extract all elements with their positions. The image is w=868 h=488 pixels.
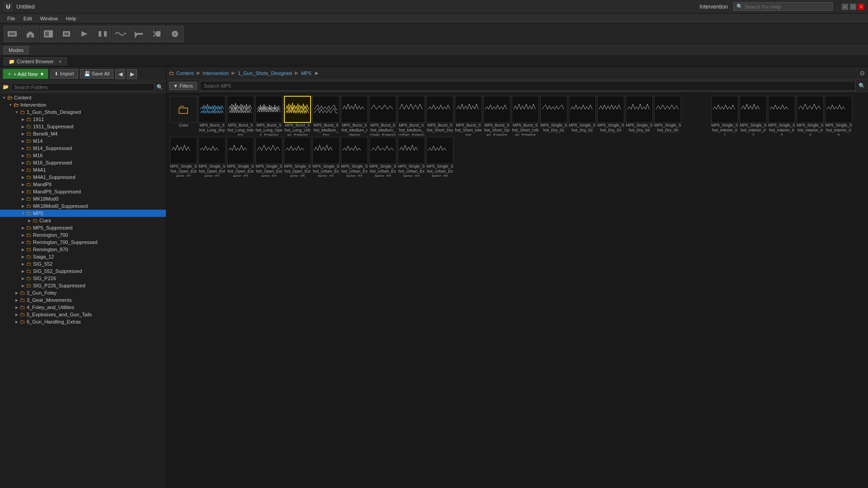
list-item[interactable]: MP5_Single_Shot_Dry_04: [626, 96, 653, 133]
tree-item-2gunfoley[interactable]: ▶ 🗀 2_Gun_Foley: [0, 289, 166, 296]
search-help-container[interactable]: 🔍: [733, 2, 833, 11]
toolbar-btn-5[interactable]: [76, 26, 93, 42]
tree-item-4foley[interactable]: ▶ 🗀 4_Foley_and_Utilities: [0, 304, 166, 311]
tree-item-rem700[interactable]: ▶ 🗀 Remington_700: [0, 231, 166, 239]
list-item[interactable]: MP5_Single_Shot_Open_Exterior_02: [198, 137, 226, 177]
breadcrumb-mp5[interactable]: MP5: [301, 70, 311, 76]
search-help-input[interactable]: [745, 4, 830, 9]
list-item[interactable]: MP5_Burst_Shot_Short_Urban_Exterior: [512, 96, 539, 136]
tree-item-sig552sup[interactable]: ▶ 🗀 SIG_552_Suppressed: [0, 267, 166, 275]
minimize-button[interactable]: ─: [842, 4, 848, 10]
menu-window[interactable]: Window: [37, 15, 61, 22]
filters-button[interactable]: ▼ Filters: [169, 82, 197, 90]
list-item[interactable]: MP5_Single_Shot_Dry_01: [540, 96, 567, 133]
tree-item-sig552[interactable]: ▶ 🗀 SIG_552: [0, 260, 166, 267]
tree-item-5explosives[interactable]: ▶ 🗀 5_Explosives_and_Gun_Tails: [0, 311, 166, 318]
maximize-button[interactable]: □: [850, 4, 856, 10]
tree-item-m16[interactable]: ▶ 🗀 M16: [0, 152, 166, 159]
tree-item-rem700sup[interactable]: ▶ 🗀 Remington_700_Suppressed: [0, 239, 166, 246]
navigate-forward-button[interactable]: ▶: [127, 69, 137, 79]
tree-item-mandp9[interactable]: ▶ 🗀 MandP9: [0, 181, 166, 188]
add-new-button[interactable]: ＋ + Add New ▼: [3, 69, 48, 79]
menu-edit[interactable]: Edit: [20, 15, 36, 22]
list-item[interactable]: MP5_Burst_Shot_Short_Dry: [426, 96, 453, 133]
tree-item-3gear[interactable]: ▶ 🗀 3_Gear_Movements: [0, 296, 166, 304]
list-item[interactable]: MP5_Burst_Shot_Long_Urban_Exterior: [284, 96, 311, 136]
breadcrumb-1gun[interactable]: 1_Gun_Shots_Designed: [238, 70, 292, 76]
menu-help[interactable]: Help: [62, 15, 80, 22]
list-item[interactable]: MP5_Single_Shot_Interior_04: [797, 96, 824, 136]
list-item[interactable]: MP5_Single_Shot_Open_Exterior_01: [170, 137, 197, 177]
list-item[interactable]: MP5_Single_Shot_Open_Exterior_05: [284, 137, 311, 177]
list-item[interactable]: MP5_Single_Shot_Urban_Exterior_02: [341, 137, 368, 177]
list-item[interactable]: MP5_Single_Shot_Open_Exterior_03: [227, 137, 254, 177]
toolbar-btn-6[interactable]: [94, 26, 111, 42]
toolbar-btn-9[interactable]: [148, 26, 165, 42]
tree-item-m4a1[interactable]: ▶ 🗀 M4A1: [0, 166, 166, 174]
settings-icon[interactable]: ⚙: [859, 70, 865, 77]
toolbar-btn-10[interactable]: [166, 26, 184, 42]
navigate-back-button[interactable]: ◀: [115, 69, 125, 79]
tree-item-mk18[interactable]: ▶ 🗀 MK18Mod0: [0, 195, 166, 202]
list-item[interactable]: MP5_Single_Shot_Open_Exterior_04: [255, 137, 283, 177]
list-item[interactable]: MP5_Burst_Shot_Medium_Urban_Exterior: [398, 96, 425, 136]
toolbar-btn-8[interactable]: [130, 26, 147, 42]
toolbar-btn-1[interactable]: [4, 26, 21, 42]
import-button[interactable]: ⬇ Import: [50, 69, 78, 79]
tree-item-mp5[interactable]: ▼ 🗀 MP5: [0, 210, 166, 217]
list-item[interactable]: MP5_Single_Shot_Urban_Exterior_05: [426, 137, 453, 177]
tree-item-1911sup[interactable]: ▶ 🗀 1911_Suppressed: [0, 123, 166, 130]
list-item[interactable]: MP5_Single_Shot_Urban_Exterior_01: [312, 137, 340, 177]
menu-file[interactable]: File: [4, 15, 19, 22]
list-item[interactable]: MP5_Single_Shot_Interior_03: [768, 96, 795, 136]
tree-item-m4a1sup[interactable]: ▶ 🗀 M4A1_Suppressed: [0, 174, 166, 181]
modes-button[interactable]: Modes: [4, 46, 28, 54]
list-item[interactable]: MP5_Burst_Shot_Short_Interior: [455, 96, 482, 136]
tree-item-saiga12[interactable]: ▶ 🗀 Saiga_12: [0, 253, 166, 260]
toolbar-btn-2[interactable]: [22, 26, 39, 42]
close-button[interactable]: ✕: [858, 4, 864, 10]
list-item[interactable]: MP5_Single_Shot_Interior_05: [825, 96, 852, 136]
tree-item-rem870[interactable]: ▶ 🗀 Remington_870: [0, 246, 166, 253]
tree-item-intervention[interactable]: ▼ 🗁 Intervention: [0, 101, 166, 108]
list-item[interactable]: MP5_Single_Shot_Interior_02: [740, 96, 767, 136]
folder-search-input[interactable]: [11, 83, 155, 91]
tree-item-mk18sup[interactable]: ▶ 🗀 MK18Mod0_Suppressed: [0, 202, 166, 210]
list-item[interactable]: MP5_Burst_Shot_Medium_Open_Exterior: [369, 96, 396, 136]
save-all-button[interactable]: 💾 Save All: [80, 69, 114, 79]
tree-item-m14[interactable]: ▶ 🗀 M14: [0, 137, 166, 145]
list-item[interactable]: MP5_Burst_Shot_Long_Dry: [198, 96, 226, 133]
list-item[interactable]: MP5_Burst_Shot_Short_Open_Exterior: [483, 96, 510, 136]
tree-item-6gunhandling[interactable]: ▶ 🗀 6_Gun_Handling_Extras: [0, 318, 166, 325]
list-item[interactable]: MP5_Single_Shot_Dry_02: [569, 96, 596, 133]
list-item[interactable]: MP5_Burst_Shot_Medium_Dry: [312, 96, 340, 136]
tree-item-benelli[interactable]: ▶ 🗀 Benelli_M4: [0, 130, 166, 137]
tree-item-cues[interactable]: ▶ 🗀 Cues: [0, 217, 166, 224]
list-item[interactable]: MP5_Single_Shot_Dry_05: [654, 96, 681, 133]
list-item[interactable]: MP5_Single_Shot_Dry_03: [597, 96, 624, 133]
breadcrumb-content[interactable]: Content: [176, 70, 194, 76]
toolbar-btn-3[interactable]: [40, 26, 57, 42]
content-search-input[interactable]: [200, 81, 856, 91]
tree-item-1gun[interactable]: ▼ 🗀 1_Gun_Shots_Designed: [0, 108, 166, 116]
list-item[interactable]: MP5_Single_Shot_Urban_Exterior_03: [369, 137, 396, 177]
list-item[interactable]: MP5_Burst_Shot_Long_Open_Exterior: [255, 96, 283, 136]
toolbar-btn-7[interactable]: [112, 26, 129, 42]
tree-item-content[interactable]: ▼ 🗁 Content: [0, 94, 166, 101]
tree-item-mp5sup[interactable]: ▶ 🗀 MP5_Suppressed: [0, 224, 166, 231]
list-item[interactable]: MP5_Single_Shot_Urban_Exterior_04: [398, 137, 425, 177]
content-browser-close-icon[interactable]: ✕: [58, 59, 62, 64]
tree-item-mandp9sup[interactable]: ▶ 🗀 MandP9_Suppressed: [0, 188, 166, 195]
tree-item-m14sup[interactable]: ▶ 🗀 M14_Suppressed: [0, 145, 166, 152]
breadcrumb-intervention[interactable]: Intervention: [203, 70, 229, 76]
tree-item-1911[interactable]: ▶ 🗀 1911: [0, 116, 166, 123]
list-item[interactable]: MP5_Burst_Shot_Long_Interior: [227, 96, 254, 136]
tree-item-sigp226[interactable]: ▶ 🗀 SIG_P226: [0, 275, 166, 282]
asset-cues-folder[interactable]: 🗀 Cues: [170, 96, 197, 128]
toolbar-btn-4[interactable]: [58, 26, 75, 42]
tree-item-m16sup[interactable]: ▶ 🗀 M16_Suppressed: [0, 159, 166, 166]
list-item[interactable]: MP5_Burst_Shot_Medium_Interior: [341, 96, 368, 136]
content-browser-tab[interactable]: 📁 Content Browser ✕: [4, 57, 67, 66]
tree-item-sigp226sup[interactable]: ▶ 🗀 SIG_P226_Suppressed: [0, 282, 166, 289]
list-item[interactable]: MP5_Single_Shot_Interior_01: [711, 96, 738, 136]
